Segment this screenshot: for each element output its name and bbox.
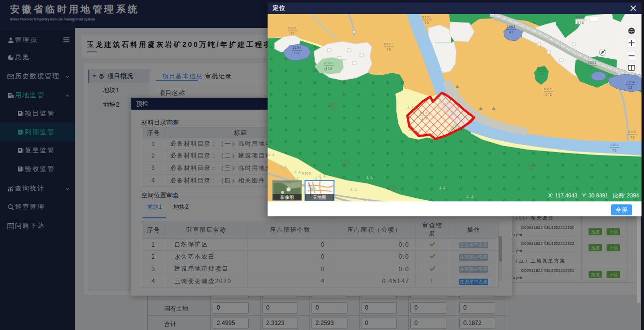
svg-text:142: 142 bbox=[545, 93, 552, 96]
svg-text:1104: 1104 bbox=[626, 80, 635, 84]
svg-text:0301: 0301 bbox=[329, 102, 338, 106]
svg-text:90: 90 bbox=[331, 108, 335, 111]
svg-text:0101: 0101 bbox=[628, 130, 637, 134]
svg-text:1104: 1104 bbox=[293, 46, 302, 49]
svg-text:1101: 1101 bbox=[610, 143, 619, 147]
svg-text:419: 419 bbox=[325, 67, 332, 70]
svg-text:70: 70 bbox=[386, 48, 391, 51]
svg-text:0301: 0301 bbox=[527, 162, 536, 165]
svg-text:147: 147 bbox=[421, 117, 428, 120]
svg-text:0101: 0101 bbox=[384, 42, 393, 46]
svg-text:876: 876 bbox=[577, 21, 584, 24]
svg-text:X: 117.4643 Y: 30.9391 比例:: X: 117.4643 Y: 30.9391 比例: 2394 bbox=[548, 192, 639, 198]
svg-text:76: 76 bbox=[630, 136, 635, 139]
svg-text:0101: 0101 bbox=[544, 87, 553, 91]
svg-text:0307: 0307 bbox=[324, 61, 333, 65]
svg-text:45: 45 bbox=[590, 66, 594, 70]
svg-text:0301: 0301 bbox=[537, 67, 546, 70]
svg-text:0101: 0101 bbox=[288, 26, 297, 30]
svg-text:0101: 0101 bbox=[422, 15, 431, 19]
svg-text:43: 43 bbox=[509, 30, 513, 34]
svg-text:23: 23 bbox=[424, 21, 429, 24]
svg-text:影像图: 影像图 bbox=[281, 195, 294, 200]
svg-text:111: 111 bbox=[294, 51, 301, 55]
svg-text:天地图: 天地图 bbox=[313, 195, 326, 200]
svg-text:75: 75 bbox=[612, 149, 617, 152]
svg-text:0301: 0301 bbox=[576, 15, 585, 19]
svg-text:77: 77 bbox=[290, 32, 295, 35]
svg-text:52: 52 bbox=[628, 86, 633, 89]
svg-text:85: 85 bbox=[529, 167, 534, 171]
svg-text:93: 93 bbox=[391, 189, 396, 193]
svg-text:0301: 0301 bbox=[588, 61, 597, 64]
svg-text:40: 40 bbox=[539, 72, 544, 76]
svg-text:0301: 0301 bbox=[341, 159, 350, 163]
svg-text:1104: 1104 bbox=[507, 25, 516, 28]
svg-text:0101: 0101 bbox=[420, 111, 429, 115]
svg-text:0301: 0301 bbox=[389, 184, 398, 187]
svg-text:176: 176 bbox=[342, 165, 349, 168]
svg-text:0103: 0103 bbox=[302, 171, 311, 175]
